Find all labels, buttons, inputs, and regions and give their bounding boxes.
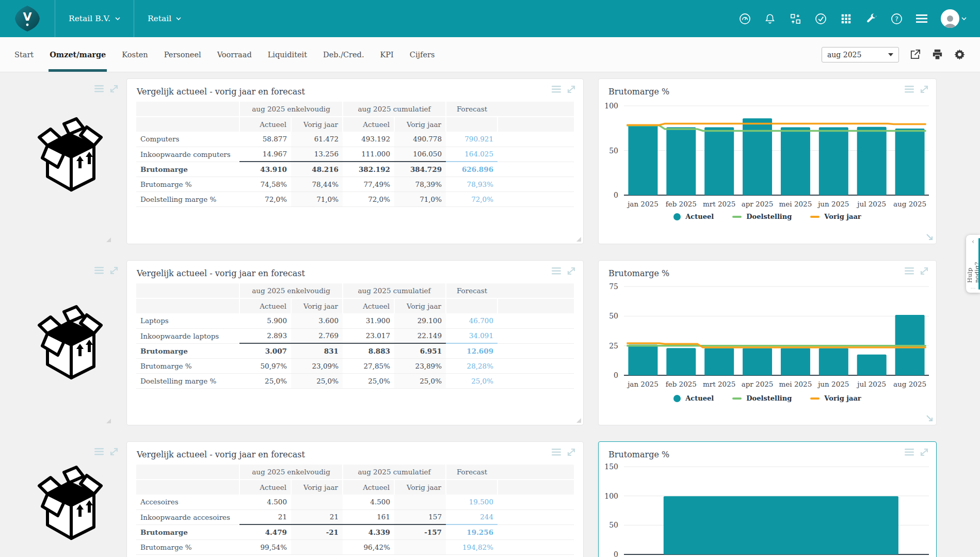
panel-menu-icon[interactable]	[94, 447, 104, 456]
col-sub-header: Vorig jaar	[394, 298, 446, 313]
panel-menu-icon[interactable]	[94, 266, 104, 275]
dashboard-gauge-icon[interactable]	[738, 12, 751, 25]
help-needed-tab[interactable]: ‹ Hulp nodig? …	[966, 235, 980, 293]
panel-menu-icon[interactable]	[904, 266, 914, 276]
tab-start[interactable]: Start	[14, 37, 34, 72]
panel-menu-icon[interactable]	[551, 266, 561, 276]
panel-resize-handle[interactable]	[106, 237, 111, 242]
panel-expand-icon[interactable]	[109, 266, 119, 275]
table-cell: 48.216	[291, 162, 343, 177]
legend-label: Vorig jaar	[824, 213, 861, 220]
tools-wrench-icon[interactable]	[865, 12, 877, 25]
apps-grid-icon[interactable]	[840, 12, 852, 25]
bar[interactable]	[857, 127, 887, 195]
tab-kpi[interactable]: KPI	[380, 37, 394, 72]
open-box-illustration	[37, 114, 104, 194]
help-tab-dots: …	[971, 284, 976, 290]
tab-liquiditeit[interactable]: Liquiditeit	[268, 37, 307, 72]
panel-menu-icon[interactable]	[904, 85, 914, 94]
bar-chart: 050100jan 2025feb 2025mrt 2025apr 2025me…	[599, 100, 936, 209]
tab-personeel[interactable]: Personeel	[164, 37, 201, 72]
tab-voorraad[interactable]: Voorraad	[217, 37, 252, 72]
bar[interactable]	[895, 129, 925, 195]
tab-cijfers[interactable]: Cijfers	[410, 37, 435, 72]
company-selector[interactable]: Retail B.V.	[55, 0, 134, 37]
panel-expand-icon[interactable]	[919, 448, 929, 457]
chevron-down-icon	[176, 16, 181, 21]
panel-menu-icon[interactable]	[551, 85, 561, 94]
table-cell: 244	[446, 510, 497, 524]
bar[interactable]	[628, 344, 657, 375]
bar[interactable]	[743, 348, 772, 375]
table-cell: 58.877	[239, 132, 291, 147]
y-tick-label: 25	[609, 342, 618, 350]
compare-table: aug 2025 enkelvoudigaug 2025 cumulatiefF…	[136, 283, 574, 389]
panel-resize-handle[interactable]	[576, 237, 581, 242]
bar[interactable]	[819, 128, 848, 195]
panel-menu-icon[interactable]	[904, 448, 914, 457]
panel-expand-icon[interactable]	[566, 85, 576, 94]
panel-expand-icon[interactable]	[566, 448, 576, 457]
period-select[interactable]: aug 2025	[822, 47, 899, 62]
panel-expand-icon[interactable]	[109, 447, 119, 456]
user-menu[interactable]	[941, 9, 967, 28]
select-caret-icon	[888, 53, 893, 56]
tasks-check-icon[interactable]	[814, 12, 827, 25]
panel-resize-handle[interactable]	[106, 419, 111, 423]
legend-item[interactable]: Vorig jaar	[810, 394, 861, 402]
tab-omzet-marge[interactable]: Omzet/marge	[50, 37, 106, 72]
panel-menu-icon[interactable]	[94, 84, 104, 93]
table-cell: 25,0%	[343, 373, 394, 388]
bar[interactable]	[743, 118, 772, 195]
bar[interactable]	[628, 125, 657, 195]
help-question-icon[interactable]: ?	[890, 12, 903, 25]
bar[interactable]	[857, 355, 887, 375]
table-cell: 43.910	[239, 162, 291, 177]
bar[interactable]	[781, 128, 810, 195]
bar[interactable]	[666, 348, 696, 375]
bar[interactable]	[781, 348, 810, 375]
table-row: Laptops5.9003.60031.90029.10046.700	[136, 313, 574, 328]
panel-resize-handle[interactable]	[576, 418, 581, 423]
dashboard: Vergelijk actueel - vorig jaar en foreca…	[0, 72, 980, 557]
bar[interactable]	[664, 496, 898, 554]
app-logo[interactable]: V	[0, 5, 55, 32]
col-group: Forecast	[446, 102, 497, 117]
legend-item[interactable]: Doelstelling	[732, 213, 792, 220]
panel-expand-icon[interactable]	[109, 84, 119, 93]
menu-icon[interactable]	[915, 12, 928, 25]
dataset-selector[interactable]: Retail	[134, 0, 195, 37]
panel-title: Brutomarge %	[599, 261, 936, 278]
panel-resize-arrow-icon[interactable]	[925, 233, 934, 241]
panel-title: Brutomarge %	[599, 442, 936, 459]
legend-label: Vorig jaar	[824, 394, 861, 402]
legend-item[interactable]: Doelstelling	[732, 394, 792, 402]
panel-menu-icon[interactable]	[551, 448, 561, 457]
panel-expand-icon[interactable]	[919, 266, 929, 276]
panel-expand-icon[interactable]	[919, 85, 929, 94]
dashboard-tabs: StartOmzet/margeKostenPersoneelVoorraadL…	[14, 37, 435, 72]
print-icon[interactable]	[931, 49, 943, 61]
open-box-illustration	[37, 462, 104, 543]
vorig-jaar-line[interactable]	[626, 124, 926, 125]
notifications-bell-icon[interactable]	[764, 12, 776, 25]
legend-item[interactable]: Actueel	[673, 213, 714, 220]
tab-kosten[interactable]: Kosten	[122, 37, 148, 72]
workflow-icon[interactable]	[789, 12, 801, 25]
panel-resize-arrow-icon[interactable]	[925, 414, 934, 422]
table-cell: 161	[343, 510, 394, 524]
bar[interactable]	[819, 348, 848, 375]
col-sub-header: Actueel	[239, 480, 291, 495]
legend-label: Actueel	[685, 213, 714, 220]
bar[interactable]	[704, 128, 734, 195]
bar[interactable]	[704, 348, 734, 375]
table-cell: 5.900	[239, 313, 291, 328]
share-export-icon[interactable]	[909, 49, 921, 61]
legend-item[interactable]: Vorig jaar	[810, 213, 861, 220]
tab-deb-cred-[interactable]: Deb./Cred.	[323, 37, 364, 72]
bar[interactable]	[666, 128, 696, 195]
panel-expand-icon[interactable]	[566, 266, 576, 276]
legend-item[interactable]: Actueel	[673, 394, 714, 402]
settings-gear-icon[interactable]	[953, 49, 966, 61]
table-cell: 99,54%	[239, 539, 291, 554]
